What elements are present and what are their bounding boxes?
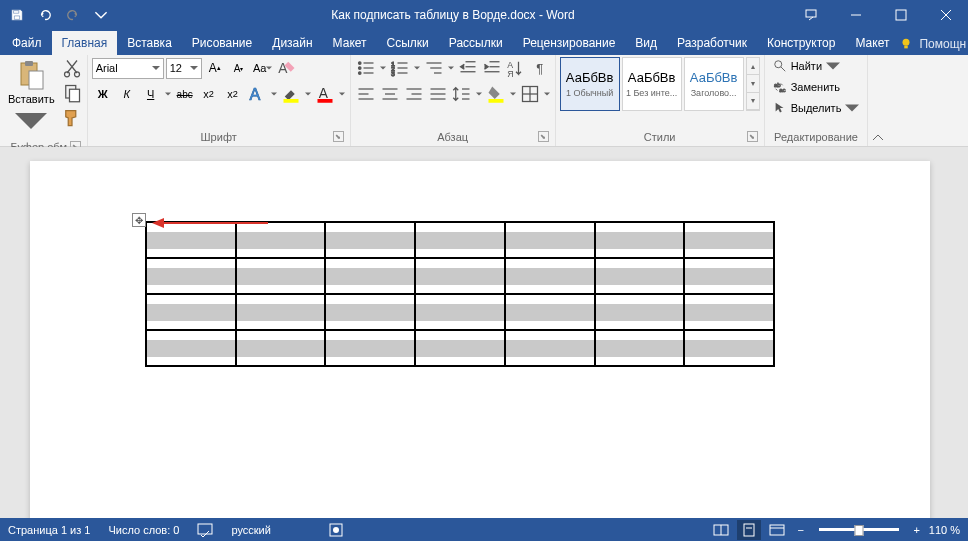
tab-table-layout[interactable]: Макет: [845, 31, 899, 55]
tab-table-design[interactable]: Конструктор: [757, 31, 845, 55]
styles-gallery-more[interactable]: ▴▾▾: [746, 57, 760, 111]
read-mode-icon[interactable]: [709, 520, 733, 540]
table-cell[interactable]: [684, 330, 774, 366]
qat-customize-icon[interactable]: [88, 3, 114, 27]
increase-indent-icon[interactable]: [481, 57, 503, 79]
font-color-icon[interactable]: A: [314, 83, 336, 105]
table-cell[interactable]: [684, 294, 774, 330]
web-layout-icon[interactable]: [765, 520, 789, 540]
numbering-icon[interactable]: 123: [389, 57, 411, 79]
table-cell[interactable]: [325, 222, 415, 258]
find-button[interactable]: Найти: [769, 57, 864, 75]
replace-button[interactable]: abacЗаменить: [769, 78, 864, 96]
paragraph-dialog-launcher[interactable]: ⬊: [538, 131, 549, 142]
document-table[interactable]: [145, 221, 775, 367]
table-cell[interactable]: [146, 258, 236, 294]
table-cell[interactable]: [595, 258, 685, 294]
superscript-button[interactable]: x2: [222, 83, 244, 105]
tell-me-input[interactable]: Помощн: [919, 37, 966, 51]
language-indicator[interactable]: русский: [231, 524, 270, 536]
save-icon[interactable]: [4, 3, 30, 27]
word-count[interactable]: Число слов: 0: [108, 524, 179, 536]
table-move-handle-icon[interactable]: ✥: [132, 213, 146, 227]
align-right-icon[interactable]: [403, 83, 425, 105]
numbering-dropdown[interactable]: [413, 66, 421, 70]
decrease-indent-icon[interactable]: [457, 57, 479, 79]
tab-layout[interactable]: Макет: [323, 31, 377, 55]
italic-button[interactable]: К: [116, 83, 138, 105]
redo-icon[interactable]: [60, 3, 86, 27]
highlight-icon[interactable]: [280, 83, 302, 105]
tab-view[interactable]: Вид: [625, 31, 667, 55]
table-cell[interactable]: [684, 258, 774, 294]
shading-dropdown[interactable]: [509, 92, 517, 96]
clear-format-icon[interactable]: A: [276, 57, 298, 79]
bullets-dropdown[interactable]: [379, 66, 387, 70]
table-cell[interactable]: [415, 294, 505, 330]
collapse-ribbon-icon[interactable]: [867, 55, 887, 146]
close-icon[interactable]: [923, 0, 968, 29]
table-cell[interactable]: [505, 330, 595, 366]
tab-design[interactable]: Дизайн: [262, 31, 322, 55]
tab-mailings[interactable]: Рассылки: [439, 31, 513, 55]
zoom-out-button[interactable]: −: [793, 524, 809, 536]
table-cell[interactable]: [325, 330, 415, 366]
table-cell[interactable]: [505, 258, 595, 294]
bullets-icon[interactable]: [355, 57, 377, 79]
zoom-level[interactable]: 110 %: [929, 524, 960, 536]
align-center-icon[interactable]: [379, 83, 401, 105]
ribbon-options-icon[interactable]: [788, 0, 833, 29]
align-left-icon[interactable]: [355, 83, 377, 105]
style-no-spacing[interactable]: АаБбВв1 Без инте...: [622, 57, 682, 111]
text-effects-icon[interactable]: A: [246, 83, 268, 105]
underline-button[interactable]: Ч: [140, 83, 162, 105]
tab-home[interactable]: Главная: [52, 31, 118, 55]
sort-icon[interactable]: AЯ: [505, 57, 527, 79]
borders-icon[interactable]: [519, 83, 541, 105]
line-spacing-dropdown[interactable]: [475, 92, 483, 96]
justify-icon[interactable]: [427, 83, 449, 105]
page-indicator[interactable]: Страница 1 из 1: [8, 524, 90, 536]
grow-font-icon[interactable]: A▴: [204, 57, 226, 79]
zoom-in-button[interactable]: +: [909, 524, 925, 536]
table-cell[interactable]: [415, 330, 505, 366]
document-area[interactable]: ✥: [0, 147, 968, 518]
borders-dropdown[interactable]: [543, 92, 551, 96]
tab-draw[interactable]: Рисование: [182, 31, 262, 55]
font-color-dropdown[interactable]: [338, 92, 346, 96]
paste-button[interactable]: Вставить: [4, 57, 59, 139]
table-cell[interactable]: [415, 222, 505, 258]
font-size-selector[interactable]: 12: [166, 58, 202, 79]
style-normal[interactable]: АаБбВв1 Обычный: [560, 57, 620, 111]
table-cell[interactable]: [236, 330, 326, 366]
text-effects-dropdown[interactable]: [270, 92, 278, 96]
highlight-dropdown[interactable]: [304, 92, 312, 96]
bold-button[interactable]: Ж: [92, 83, 114, 105]
proofing-icon[interactable]: [197, 523, 213, 537]
tab-insert[interactable]: Вставка: [117, 31, 182, 55]
styles-dialog-launcher[interactable]: ⬊: [747, 131, 758, 142]
style-heading1[interactable]: АаБбВвЗаголово...: [684, 57, 744, 111]
maximize-icon[interactable]: [878, 0, 923, 29]
select-button[interactable]: Выделить: [769, 99, 864, 117]
table-cell[interactable]: [325, 258, 415, 294]
tab-review[interactable]: Рецензирование: [513, 31, 626, 55]
strikethrough-button[interactable]: abc: [174, 83, 196, 105]
font-dialog-launcher[interactable]: ⬊: [333, 131, 344, 142]
subscript-button[interactable]: x2: [198, 83, 220, 105]
table-cell[interactable]: [595, 222, 685, 258]
print-layout-icon[interactable]: [737, 520, 761, 540]
format-painter-icon[interactable]: [61, 107, 83, 129]
multilevel-dropdown[interactable]: [447, 66, 455, 70]
line-spacing-icon[interactable]: [451, 83, 473, 105]
table-cell[interactable]: [505, 222, 595, 258]
cut-icon[interactable]: [61, 57, 83, 79]
minimize-icon[interactable]: [833, 0, 878, 29]
tab-developer[interactable]: Разработчик: [667, 31, 757, 55]
macro-record-icon[interactable]: [329, 523, 343, 537]
table-cell[interactable]: [325, 294, 415, 330]
underline-dropdown[interactable]: [164, 92, 172, 96]
pilcrow-icon[interactable]: ¶: [529, 57, 551, 79]
table-cell[interactable]: [146, 294, 236, 330]
table-cell[interactable]: [236, 258, 326, 294]
